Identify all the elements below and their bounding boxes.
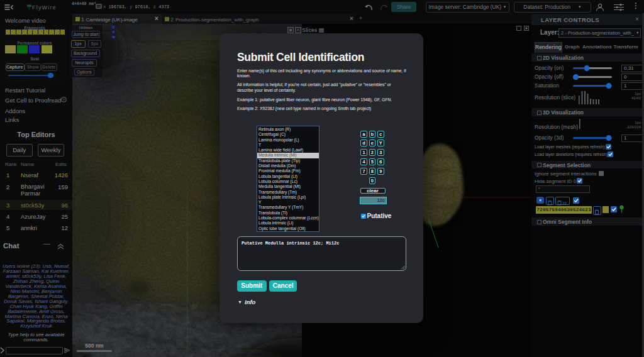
svg-text:?: ?	[63, 98, 65, 102]
